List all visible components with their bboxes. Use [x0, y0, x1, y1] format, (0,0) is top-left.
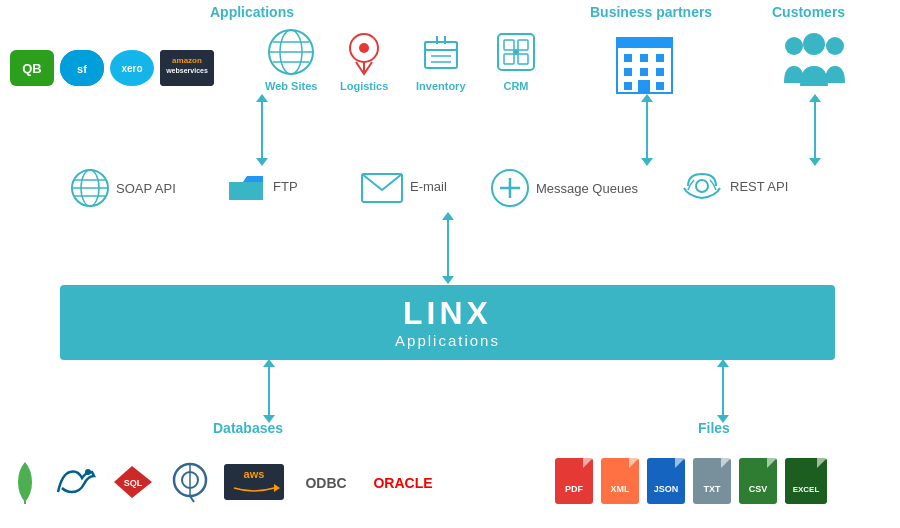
svg-text:webservices: webservices — [165, 67, 208, 74]
arrow-bp-to-methods — [646, 100, 648, 160]
svg-text:ORACLE: ORACLE — [373, 475, 432, 491]
json-file-icon: JSON — [647, 458, 685, 504]
ftp-label: FTP — [273, 179, 298, 194]
svg-rect-30 — [624, 54, 632, 62]
svg-rect-26 — [518, 54, 528, 64]
svg-text:amazon: amazon — [172, 56, 202, 65]
quickbooks-logo: QB — [10, 50, 54, 86]
svg-point-51 — [696, 180, 708, 192]
soap-api-method: SOAP API — [70, 168, 176, 208]
svg-text:sf: sf — [77, 63, 87, 75]
svg-point-27 — [513, 49, 519, 55]
inventory-app-icon: Inventory — [416, 28, 466, 92]
customers-icon — [782, 28, 847, 88]
linx-title: LINX — [403, 296, 492, 331]
svg-point-39 — [785, 37, 803, 55]
svg-rect-32 — [656, 54, 664, 62]
message-queues-label: Message Queues — [536, 181, 638, 196]
svg-text:ODBC: ODBC — [305, 475, 346, 491]
svg-point-40 — [826, 37, 844, 55]
svg-rect-16 — [425, 42, 457, 68]
file-type-icons: PDF XML JSON TXT — [555, 458, 827, 504]
business-partners-icon — [612, 28, 677, 98]
logistics-app-icon: Logistics — [340, 28, 388, 92]
salesforce-logo: sf — [60, 50, 104, 86]
svg-rect-34 — [640, 68, 648, 76]
business-partners-section-label: Business partners — [590, 4, 712, 20]
svg-point-53 — [85, 469, 91, 475]
mssql-logo: SQL — [110, 462, 156, 502]
svg-text:QB: QB — [22, 61, 42, 76]
svg-rect-36 — [624, 82, 632, 90]
mysql-logo — [52, 464, 98, 500]
crm-app-icon: CRM — [492, 28, 540, 92]
xml-file-icon: XML — [601, 458, 639, 504]
odbc-logo: ODBC — [296, 464, 356, 500]
mongodb-logo — [10, 460, 40, 504]
email-label: E-mail — [410, 179, 447, 194]
email-method: E-mail — [360, 168, 447, 204]
csv-file-icon: CSV — [739, 458, 777, 504]
rest-api-method: REST API — [680, 168, 788, 204]
svg-text:aws: aws — [244, 468, 265, 480]
svg-rect-25 — [504, 54, 514, 64]
database-logos: SQL aws ODBC — [10, 460, 438, 504]
excel-file-icon: EXCEL — [785, 458, 827, 504]
arrow-customers-to-methods — [814, 100, 816, 160]
amazon-logo: amazon webservices — [160, 50, 214, 86]
svg-rect-33 — [624, 68, 632, 76]
xero-logo: xero — [110, 50, 154, 86]
ftp-method: FTP — [225, 168, 298, 204]
svg-rect-23 — [504, 40, 514, 50]
svg-text:xero: xero — [121, 63, 142, 74]
files-label: Files — [698, 420, 730, 436]
svg-rect-35 — [656, 68, 664, 76]
linx-subtitle: Applications — [395, 332, 500, 349]
databases-label: Databases — [213, 420, 283, 436]
postgresql-logo — [168, 460, 212, 504]
linx-bar: LINX Applications — [60, 285, 835, 360]
arrow-linx-to-db — [268, 365, 270, 417]
aws-logo: aws — [224, 464, 284, 500]
customers-section-label: Customers — [772, 4, 845, 20]
svg-point-15 — [359, 43, 369, 53]
svg-rect-37 — [656, 82, 664, 90]
brand-logos-row: QB sf xero amazon webservices — [10, 50, 214, 86]
applications-section-label: Applications — [210, 4, 294, 20]
soap-api-label: SOAP API — [116, 181, 176, 196]
rest-api-label: REST API — [730, 179, 788, 194]
svg-rect-31 — [640, 54, 648, 62]
svg-rect-38 — [638, 80, 650, 94]
svg-rect-24 — [518, 40, 528, 50]
svg-rect-17 — [425, 42, 457, 50]
arrow-linx-to-files — [722, 365, 724, 417]
arrow-methods-to-linx — [447, 218, 449, 278]
arrow-apps-to-methods — [261, 100, 263, 160]
message-queues-method: Message Queues — [490, 168, 638, 208]
oracle-logo: ORACLE — [368, 464, 438, 500]
website-app-icon: Web Sites — [265, 28, 317, 92]
svg-text:SQL: SQL — [124, 478, 143, 488]
svg-point-41 — [803, 33, 825, 55]
svg-rect-29 — [617, 38, 672, 48]
txt-file-icon: TXT — [693, 458, 731, 504]
pdf-file-icon: PDF — [555, 458, 593, 504]
diagram: Applications Business partners Customers… — [0, 0, 900, 528]
